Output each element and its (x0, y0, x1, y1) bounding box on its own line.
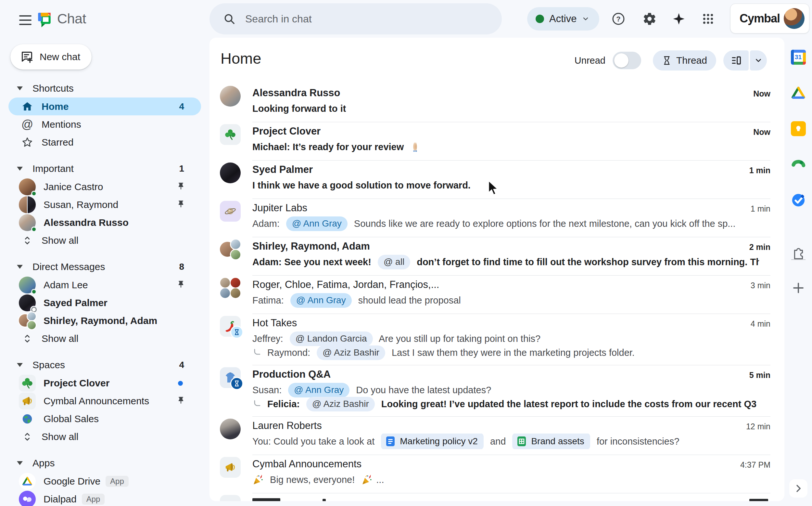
help-icon[interactable]: ? (611, 11, 626, 27)
sidebar-item-sayed-palmer[interactable]: Sayed Palmer (8, 294, 201, 312)
mention-chip[interactable]: @ Landon Garcia (290, 332, 373, 346)
sidebar-item-cymbal-announcements[interactable]: Cymbal Announcements (8, 392, 201, 410)
search-bar[interactable] (209, 3, 502, 34)
sidebar-item-alessandra-russo[interactable]: Alessandra Russo (8, 214, 201, 231)
thread-filter-chip[interactable]: Thread (653, 51, 716, 71)
sidebar-item-show-all[interactable]: Show all (8, 231, 201, 249)
mention-chip[interactable]: @ Ann Gray (288, 383, 349, 398)
gemini-sparkle-icon[interactable] (671, 11, 687, 27)
message-preview-line: Looking forward to it (252, 101, 346, 116)
sidebar-item-google-drive[interactable]: Google DriveApp (8, 472, 201, 490)
sidebar-item-shirley-raymond-adam[interactable]: Shirley, Raymond, Adam (8, 312, 201, 330)
megaphone-icon (220, 457, 241, 478)
app-badge: App (106, 476, 129, 487)
conversation-name: Cymbal Announcements (252, 458, 362, 470)
new-chat-button[interactable]: New chat (10, 44, 92, 70)
file-chip[interactable]: Marketing policy v2 (381, 433, 484, 449)
section-header-direct-messages[interactable]: Direct Messages 8 (0, 258, 209, 276)
google-apps-grid-icon[interactable] (700, 11, 716, 27)
section-header-spaces[interactable]: Spaces 4 (0, 356, 209, 374)
search-input[interactable] (244, 13, 480, 25)
voice-icon[interactable] (791, 157, 806, 172)
item-label: Starred (41, 137, 73, 148)
mention-chip[interactable]: @ Aziz Bashir (306, 397, 375, 411)
new-chat-icon (20, 50, 34, 64)
item-label: Show all (41, 333, 78, 344)
side-panel-rail: 31 (784, 38, 812, 506)
message-text: Are you still up for taking point on thi… (377, 333, 541, 344)
sidebar-item-adam-lee[interactable]: Adam Lee (8, 276, 201, 294)
user-avatar[interactable] (784, 8, 805, 29)
pin-icon (176, 280, 186, 289)
section-unread-count: 1 (179, 163, 184, 174)
pin-icon (176, 200, 186, 209)
collapse-triangle-icon (17, 461, 23, 465)
message-text: Looking great! I’ve updated the latest r… (379, 399, 759, 410)
unread-toggle[interactable] (613, 52, 641, 69)
drive-icon[interactable] (791, 86, 806, 100)
sidebar-item-home[interactable]: Home4 (8, 97, 201, 115)
sidebar-item-susan-raymond[interactable]: Susan, Raymond (8, 196, 201, 214)
conversation-row-lauren-roberts[interactable]: Lauren Roberts 12 minYou: Could you take… (209, 417, 784, 455)
sidebar-item-starred[interactable]: Starred (8, 133, 201, 151)
list-view-button[interactable] (723, 51, 749, 71)
conversation-row-jupiter-labs[interactable]: Jupiter Labs 1 minAdam: @ Ann Gray Sound… (209, 199, 784, 237)
pin-icon (176, 396, 186, 405)
extensions-puzzle-icon[interactable] (791, 245, 806, 260)
conversation-row-hot-takes[interactable]: Hot Takes 4 minJeffrey: @ Landon Garcia … (209, 314, 784, 365)
timestamp: 3 min (750, 281, 771, 290)
main-menu-icon[interactable] (16, 12, 35, 28)
add-apps-plus-icon[interactable] (792, 281, 805, 295)
expand-panel-chevron[interactable] (789, 479, 807, 498)
section-label: Shortcuts (32, 83, 74, 94)
message-text: don’t forget to find time to fill out th… (414, 257, 759, 267)
mention-chip[interactable]: @ Ann Gray (286, 217, 347, 231)
conversation-row-shirley-raymond-adam[interactable]: Shirley, Raymond, Adam 2 minAdam: See yo… (209, 237, 784, 275)
conversation-row-cymbal-announcements[interactable]: Cymbal Announcements 4:37 PM Big news, e… (209, 455, 784, 493)
message-text: Raymond: (267, 347, 313, 358)
file-chip[interactable]: Brand assets (512, 433, 590, 449)
conversation-row-production-q-a[interactable]: Production Q&A 5 minSusan: @ Ann Gray Do… (209, 365, 784, 417)
section-header-important[interactable]: Important 1 (0, 160, 209, 178)
account-switcher[interactable]: Cymbal (730, 4, 809, 33)
conversation-row-project-clover[interactable]: Project Clover NowMichael: It’s ready fo… (209, 122, 784, 161)
section-header-apps[interactable]: Apps (0, 454, 209, 472)
avatar (19, 312, 36, 329)
sidebar-item-project-clover[interactable]: Project Clover (8, 374, 201, 392)
chevron-down-icon (754, 56, 763, 65)
mention-chip[interactable]: @ Aziz Bashir (317, 345, 385, 360)
at-icon: @ (21, 118, 33, 130)
sidebar-item-janice-castro[interactable]: Janice Castro (8, 178, 201, 196)
view-options-dropdown[interactable] (750, 51, 767, 71)
sidebar-item-show-all[interactable]: Show all (8, 428, 201, 445)
keep-icon[interactable] (791, 121, 806, 136)
unread-dot (178, 381, 183, 386)
section-unread-count: 8 (179, 262, 184, 272)
calendar-icon[interactable]: 31 (791, 50, 806, 65)
pin-icon (176, 182, 186, 191)
conversation-row-roger-chloe-fatima-jordan-fran-ios-[interactable]: Roger, Chloe, Fatima, Jordan, Françios,.… (209, 275, 784, 314)
status-selector[interactable]: Active (527, 7, 599, 30)
sidebar-item-mentions[interactable]: @Mentions (8, 115, 201, 133)
showall-icon (21, 234, 34, 247)
avatar (19, 473, 36, 490)
collapse-triangle-icon (17, 167, 23, 171)
section-header-shortcuts[interactable]: Shortcuts (0, 79, 209, 97)
collapse-triangle-icon (17, 265, 23, 269)
sidebar-item-show-all[interactable]: Show all (8, 330, 201, 347)
settings-gear-icon[interactable] (642, 11, 657, 27)
mention-chip[interactable]: @ Ann Gray (290, 293, 352, 308)
threaded-space-badge (230, 377, 243, 390)
message-text: Do you have the latest updates? (353, 385, 491, 396)
tasks-icon[interactable] (791, 193, 806, 208)
conversation-row-syed-palmer[interactable]: Syed Palmer 1 minI think we have a good … (209, 161, 784, 199)
mention-chip[interactable]: @ all (378, 255, 410, 269)
sidebar-item-dialpad[interactable]: DialpadApp (8, 490, 201, 506)
hourglass-icon (662, 56, 672, 65)
list-header-controls: Unread Thread (575, 51, 767, 71)
split-view-icon (730, 55, 741, 66)
timestamp: 1 min (749, 166, 771, 175)
conversation-row-alessandra-russo[interactable]: Alessandra Russo NowLooking forward to i… (209, 84, 784, 122)
threaded-space-badge (230, 326, 243, 339)
sidebar-item-global-sales[interactable]: Global Sales (8, 410, 201, 428)
